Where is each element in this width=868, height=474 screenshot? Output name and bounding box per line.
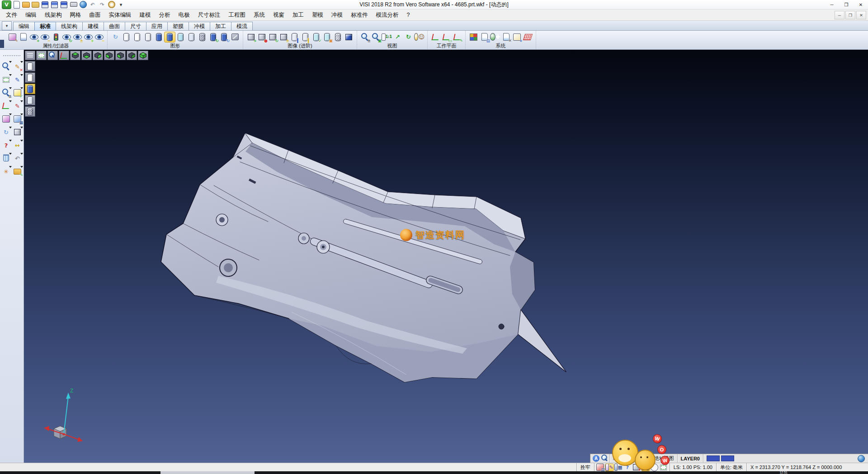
status-help-icon[interactable]: ? <box>623 464 632 471</box>
visi-logo-icon[interactable]: V <box>2 0 11 9</box>
axes-triad-icon[interactable] <box>60 52 68 59</box>
section-blue-icon[interactable]: ▍ <box>289 32 300 42</box>
fit-frame-icon[interactable] <box>0 74 12 85</box>
show-all-icon[interactable]: + <box>83 32 94 42</box>
dashed-hidden-style-icon[interactable] <box>143 32 153 42</box>
zoom-extents-icon[interactable]: ▣ <box>371 32 381 42</box>
delete-edit-icon[interactable]: ✎✕ <box>12 61 23 72</box>
regenerate-solid-icon[interactable]: ↻ <box>208 32 218 42</box>
hide-entities-icon[interactable]: − <box>40 32 50 42</box>
new-document-icon[interactable] <box>12 1 21 9</box>
solid-cube-icon[interactable] <box>344 32 354 42</box>
update-graphics-icon[interactable]: ↻ <box>219 32 229 42</box>
tab-建模[interactable]: 建模 <box>82 22 104 30</box>
tab-曲面[interactable]: 曲面 <box>104 22 125 30</box>
mdi-restore-button[interactable]: ❐ <box>845 11 855 19</box>
tab-塑膜[interactable]: 塑膜 <box>167 22 189 30</box>
curve-edit-icon[interactable]: ✎ <box>12 100 23 111</box>
mdi-close-button[interactable]: ✕ <box>856 11 866 19</box>
render-hidden-line-icon[interactable] <box>25 72 35 83</box>
menu-item-网格[interactable]: 网格 <box>66 10 85 20</box>
attributes-page-icon[interactable] <box>18 32 28 42</box>
window-options-icon[interactable]: ✕ <box>501 32 511 42</box>
view-top-icon[interactable] <box>70 51 80 60</box>
active-layer[interactable]: LAYER0 <box>677 454 703 463</box>
view-right-icon[interactable] <box>93 51 103 60</box>
open-model-icon[interactable] <box>31 1 40 9</box>
menu-item-系统[interactable]: 系统 <box>250 10 269 20</box>
menu-item-塑模[interactable]: 塑模 <box>308 10 327 20</box>
menu-item-冲模[interactable]: 冲模 <box>327 10 347 20</box>
regenerate-icon[interactable]: ↻ <box>0 127 12 137</box>
move-wcs-icon[interactable] <box>0 100 12 111</box>
render-shaded-icon[interactable] <box>26 85 34 92</box>
pan-arrow-icon[interactable]: ↗ <box>392 32 403 42</box>
viewport-menu-icon[interactable] <box>26 52 34 59</box>
status-snap-icon[interactable]: ▸ <box>632 464 641 471</box>
render-ghost-icon[interactable] <box>25 95 35 105</box>
menu-item-标准件[interactable]: 标准件 <box>347 10 372 20</box>
hidden-line-style-icon[interactable] <box>132 32 142 42</box>
sketch-edit-icon[interactable]: ✎ <box>12 74 23 85</box>
measure-distance-icon[interactable]: ↔ <box>12 140 23 151</box>
view-front-icon[interactable] <box>117 52 124 59</box>
hatched-style-icon[interactable] <box>197 32 208 42</box>
save-as-icon[interactable] <box>50 1 59 9</box>
save-icon[interactable] <box>41 1 49 9</box>
redraw-icon[interactable]: ↻ <box>110 32 121 42</box>
axes-triad-icon[interactable] <box>59 51 69 60</box>
delete-entities-icon[interactable] <box>0 153 12 164</box>
taskbar-item[interactable] <box>160 471 255 474</box>
show-solids-icon[interactable]: + <box>246 32 256 42</box>
lock-toggle[interactable]: 拴牢 <box>576 463 594 471</box>
render-hatched-icon[interactable] <box>25 106 35 117</box>
wireframe-style-icon[interactable] <box>121 32 132 42</box>
status-search-icon[interactable] <box>601 455 609 462</box>
zoom-window-icon[interactable]: ± <box>0 87 12 98</box>
view-mode[interactable]: 绝对视图 <box>651 454 677 463</box>
view-right-icon[interactable] <box>94 52 102 59</box>
view-back-icon[interactable] <box>128 52 136 59</box>
status-layout-icon[interactable] <box>660 464 668 471</box>
invert-solids-icon[interactable]: ± <box>278 32 289 42</box>
zoom-dynamic-icon[interactable] <box>47 51 58 60</box>
transparent-style-icon[interactable] <box>175 32 186 42</box>
cad-model[interactable] <box>24 50 868 463</box>
show-entities-icon[interactable]: + <box>29 32 39 42</box>
menu-item-曲面[interactable]: 曲面 <box>85 10 105 20</box>
view-bottom-icon[interactable] <box>81 51 92 60</box>
save-copy-icon[interactable] <box>60 1 68 9</box>
file-modify-icon[interactable]: ✎ <box>12 166 23 177</box>
section-yellow-icon[interactable]: ▍ <box>300 32 311 42</box>
undo-icon[interactable]: ↶ <box>88 1 97 9</box>
invert-visibility-icon[interactable]: ± <box>72 32 83 42</box>
menu-item-建模[interactable]: 建模 <box>136 10 155 20</box>
graphics-settings-icon[interactable] <box>230 32 240 42</box>
zoom-dynamic-icon[interactable] <box>49 52 57 59</box>
navigation-wheel-icon[interactable]: ✳ <box>0 166 12 177</box>
render-shaded-icon[interactable] <box>25 84 35 94</box>
tab-线架构[interactable]: 线架构 <box>56 22 83 30</box>
layers-panel-icon[interactable]: ▦ <box>12 114 23 124</box>
help-info-icon[interactable]: ? <box>0 140 12 151</box>
shell-wireframe-icon[interactable] <box>333 32 343 42</box>
workplane-icon[interactable] <box>430 32 441 42</box>
minimize-button[interactable]: ─ <box>825 0 839 9</box>
refresh-solids-icon[interactable]: ↻ <box>268 32 278 42</box>
menu-item-文件[interactable]: 文件 <box>2 10 21 20</box>
ime-badge[interactable]: A <box>593 455 599 462</box>
status-stamp-icon[interactable]: ▦ <box>614 464 623 471</box>
new-workplane-icon[interactable]: ▭ <box>441 32 452 42</box>
print-icon[interactable] <box>69 1 78 9</box>
render-hidden-line-icon[interactable] <box>26 74 34 81</box>
status-glove-icon[interactable] <box>651 464 659 471</box>
render-hatched-icon[interactable] <box>26 108 34 115</box>
solid-info-icon[interactable]: ▣ <box>322 32 332 42</box>
history-icon[interactable] <box>107 1 116 9</box>
render-ghost-icon[interactable] <box>26 97 34 104</box>
tab-模流[interactable]: 模流 <box>231 22 253 30</box>
view-iso-icon[interactable] <box>138 51 148 60</box>
layer-colors-icon[interactable] <box>468 32 479 42</box>
mesh-grid-icon[interactable] <box>523 32 533 42</box>
open-file-icon[interactable] <box>22 1 30 9</box>
